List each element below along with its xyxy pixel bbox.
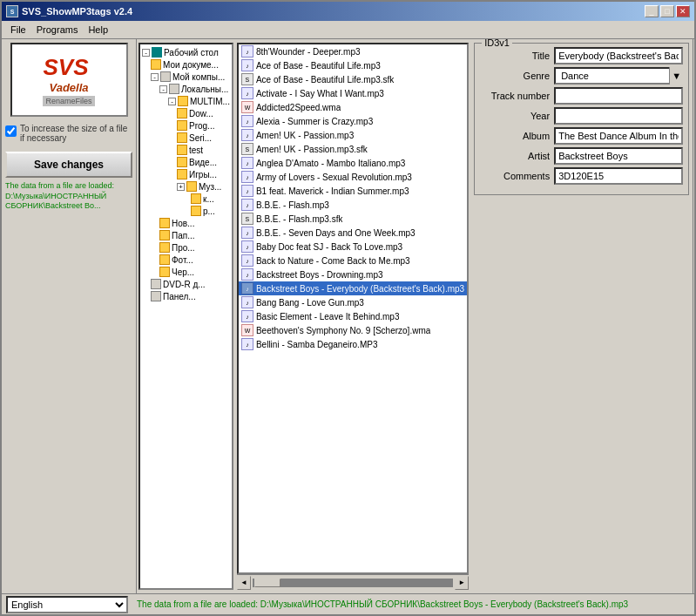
dvd-icon — [151, 279, 161, 289]
genre-select[interactable]: Dance — [554, 67, 683, 85]
checkbox-row: To increase the size of a file if necess… — [5, 124, 132, 143]
tree-toggle-local[interactable]: - — [159, 85, 167, 93]
close-button[interactable]: ✕ — [676, 5, 690, 17]
file-name-7: Amen! UK - Passion.mp3.sfk — [256, 145, 368, 154]
file-icon-4: W — [241, 101, 253, 113]
file-name-21: Bellini - Samba Deganeiro.MP3 — [256, 340, 378, 349]
album-input[interactable] — [554, 127, 683, 145]
id3v2-panel[interactable]: ID3v2 Title Subtitle Ge — [693, 39, 694, 593]
tree-toggle-multim[interactable]: - — [168, 98, 176, 105]
folder-icon-nov — [159, 218, 170, 228]
file-item-6[interactable]: ♪ Amen! UK - Passion.mp3 — [239, 128, 467, 142]
file-icon-10: ♪ — [241, 185, 253, 197]
file-item-7[interactable]: S Amen! UK - Passion.mp3.sfk — [239, 142, 467, 156]
tree-item-mydocs[interactable]: Мои докуме... — [151, 58, 230, 71]
logo-rename: RenameFiles — [43, 96, 94, 106]
tree-item-k[interactable]: к... — [191, 193, 230, 205]
tree-item-video[interactable]: Виде... — [177, 156, 230, 168]
file-item-3[interactable]: ♪ Activate - I Say What I Want.mp3 — [239, 86, 467, 100]
h-scrollbar[interactable]: ◄ ► — [237, 574, 469, 590]
tree-toggle-mycomp[interactable]: - — [151, 73, 159, 81]
file-icon-9: ♪ — [241, 171, 253, 183]
desktop-icon — [152, 47, 162, 58]
tree-item-dow[interactable]: Dow... — [177, 107, 230, 119]
file-item-11[interactable]: ♪ B.B.E. - Flash.mp3 — [239, 198, 467, 212]
tree-item-panel[interactable]: Панел... — [151, 290, 230, 302]
file-item-4[interactable]: W Addicted2Speed.wma — [239, 100, 467, 114]
folder-icon-phot — [159, 254, 170, 265]
tree-scroll[interactable]: - Рабочий стол Мои докуме... - — [139, 43, 233, 590]
tree-item-mycomp[interactable]: - Мой компы... — [151, 71, 230, 83]
tree-item-phot[interactable]: Фот... — [159, 254, 230, 266]
language-select[interactable]: English — [6, 596, 128, 613]
file-item-5[interactable]: ♪ Alexia - Summer is Crazy.mp3 — [239, 114, 467, 128]
file-item-0[interactable]: ♪ 8th'Wounder - Deeper.mp3 — [239, 44, 467, 58]
menu-file[interactable]: File — [5, 23, 31, 37]
computer-icon — [160, 71, 171, 82]
tree-panel: - Рабочий стол Мои докуме... - — [139, 43, 233, 590]
file-item-13[interactable]: ♪ B.B.E. - Seven Days and One Week.mp3 — [239, 226, 467, 240]
file-item-20[interactable]: W Beethoven's Symphony No. 9 [Scherzo].w… — [239, 323, 467, 337]
file-name-12: B.B.E. - Flash.mp3.sfk — [256, 214, 342, 224]
file-item-14[interactable]: ♪ Baby Doc feat SJ - Back To Love.mp3 — [239, 240, 467, 254]
file-item-9[interactable]: ♪ Army of Lovers - Sexual Revolution.mp3 — [239, 170, 467, 184]
increase-size-checkbox[interactable] — [5, 125, 17, 137]
tree-item-nov[interactable]: Нов... — [159, 217, 230, 229]
scroll-left-btn[interactable]: ◄ — [237, 576, 251, 590]
tree-item-local[interactable]: - Локальны... — [159, 83, 230, 95]
artist-input[interactable] — [554, 147, 683, 165]
track-input[interactable] — [554, 87, 683, 105]
tree-item-cher[interactable]: Чер... — [159, 266, 230, 278]
tree-item-seri[interactable]: Seri... — [177, 132, 230, 144]
tree-item-music[interactable]: + Муз... — [177, 180, 230, 193]
menu-help[interactable]: Help — [83, 23, 113, 37]
file-item-17[interactable]: ♪ Backstreet Boys - Everybody (Backstree… — [239, 281, 467, 295]
tree-item-pap[interactable]: Пап... — [159, 229, 230, 241]
tree-toggle-desktop[interactable]: - — [142, 49, 150, 57]
h-scroll-thumb[interactable] — [254, 579, 280, 587]
tree-item-multim[interactable]: - MULTIM... — [168, 95, 230, 107]
file-name-10: B1 feat. Maverick - Indian Summer.mp3 — [256, 186, 409, 196]
file-item-19[interactable]: ♪ Basic Element - Leave It Behind.mp3 — [239, 309, 467, 323]
folder-icon-music — [186, 181, 197, 192]
file-item-21[interactable]: ♪ Bellini - Samba Deganeiro.MP3 — [239, 337, 467, 351]
maximize-button[interactable]: □ — [660, 5, 674, 17]
tree-item-prog[interactable]: Prog... — [177, 119, 230, 132]
file-name-17: Backstreet Boys - Everybody (Backstreet'… — [256, 284, 464, 294]
file-item-2[interactable]: S Ace of Base - Beautiful Life.mp3.sfk — [239, 72, 467, 86]
comments-input[interactable] — [554, 167, 683, 185]
tree-item-test[interactable]: test — [177, 144, 230, 156]
file-icon-15: ♪ — [241, 254, 253, 267]
left-status-text: The data from a file are loaded: D:\Музы… — [5, 181, 132, 212]
file-name-0: 8th'Wounder - Deeper.mp3 — [256, 47, 361, 57]
menu-programs[interactable]: Programs — [31, 23, 84, 37]
h-scroll-track — [253, 579, 453, 587]
save-changes-button[interactable]: Save changes — [5, 152, 132, 178]
file-icon-1: ♪ — [241, 59, 253, 71]
file-icon-7: S — [241, 143, 253, 155]
folder-icon-prog — [177, 120, 187, 131]
scroll-right-btn[interactable]: ► — [455, 576, 469, 590]
file-item-16[interactable]: ♪ Backstreet Boys - Drowning.mp3 — [239, 267, 467, 281]
tree-item-pro[interactable]: Про... — [159, 241, 230, 254]
year-input[interactable] — [554, 107, 683, 125]
tree-item-games[interactable]: Игры... — [177, 168, 230, 180]
file-item-10[interactable]: ♪ B1 feat. Maverick - Indian Summer.mp3 — [239, 184, 467, 198]
file-list-scroll[interactable]: ♪ 8th'Wounder - Deeper.mp3 ♪ Ace of Base… — [237, 43, 469, 574]
file-name-11: B.B.E. - Flash.mp3 — [256, 200, 329, 210]
file-item-15[interactable]: ♪ Back to Nature - Come Back to Me.mp3 — [239, 254, 467, 267]
title-label: Title — [480, 51, 550, 61]
drive-icon-local — [169, 84, 179, 94]
file-item-1[interactable]: ♪ Ace of Base - Beautiful Life.mp3 — [239, 58, 467, 72]
tree-label-r: р... — [203, 206, 215, 216]
title-input[interactable] — [554, 47, 683, 64]
file-item-12[interactable]: S B.B.E. - Flash.mp3.sfk — [239, 212, 467, 226]
tree-item-desktop[interactable]: - Рабочий стол — [142, 46, 230, 58]
tree-item-dvd[interactable]: DVD-R д... — [151, 278, 230, 290]
file-item-18[interactable]: ♪ Bang Bang - Love Gun.mp3 — [239, 295, 467, 309]
tree-item-r[interactable]: р... — [191, 205, 230, 217]
file-item-8[interactable]: ♪ Anglea D'Amato - Mambo Italiano.mp3 — [239, 156, 467, 170]
minimize-button[interactable]: _ — [645, 5, 659, 17]
tree-toggle-music[interactable]: + — [177, 183, 185, 191]
tree-label-desktop: Рабочий стол — [164, 48, 219, 58]
